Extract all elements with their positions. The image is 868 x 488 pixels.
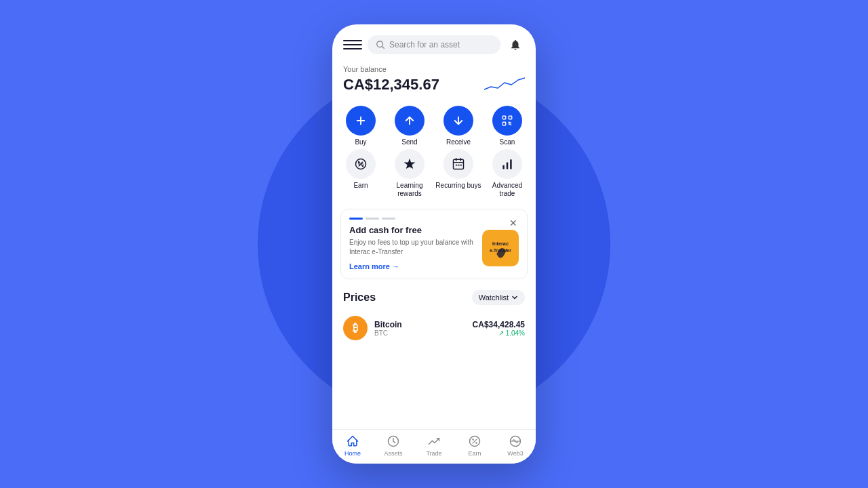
search-bar[interactable]: Search for an asset bbox=[368, 35, 500, 54]
asset-change: ↗ 1.04% bbox=[473, 329, 525, 337]
receive-button[interactable]: Receive bbox=[435, 106, 481, 146]
svg-rect-3 bbox=[509, 116, 512, 119]
sparkline-chart bbox=[484, 75, 525, 95]
nav-web3[interactable]: Web3 bbox=[495, 434, 536, 457]
scan-label: Scan bbox=[500, 138, 515, 146]
watchlist-label: Watchlist bbox=[479, 293, 509, 302]
svg-point-9 bbox=[362, 165, 364, 167]
earn-icon-circle: % bbox=[346, 149, 376, 179]
asset-price: CA$34,428.45 ↗ 1.04% bbox=[473, 320, 525, 337]
svg-text:Interac: Interac bbox=[492, 240, 509, 246]
actions-grid: Buy Send Receive bbox=[332, 103, 536, 203]
nav-home-label: Home bbox=[344, 450, 361, 457]
recurring-buys-label: Recurring buys bbox=[435, 182, 481, 190]
scan-icon-circle bbox=[492, 106, 522, 136]
promo-text: Add cash for free Enjoy no fees to top u… bbox=[349, 225, 475, 270]
send-label: Send bbox=[401, 138, 417, 146]
scan-button[interactable]: Scan bbox=[484, 106, 530, 146]
svg-point-27 bbox=[475, 442, 477, 444]
prices-title: Prices bbox=[343, 291, 376, 304]
menu-button[interactable] bbox=[343, 35, 362, 54]
bitcoin-icon: ₿ bbox=[343, 316, 368, 340]
promo-title: Add cash for free bbox=[349, 225, 475, 235]
learning-rewards-label: Learning rewards bbox=[387, 182, 433, 198]
promo-close-button[interactable]: ✕ bbox=[507, 216, 520, 230]
search-icon bbox=[376, 40, 385, 49]
svg-rect-14 bbox=[456, 165, 458, 166]
promo-dot-2 bbox=[366, 218, 379, 220]
promo-dot-1 bbox=[349, 218, 363, 220]
home-icon bbox=[345, 434, 360, 449]
nav-trade[interactable]: Trade bbox=[414, 434, 454, 457]
promo-content: Add cash for free Enjoy no fees to top u… bbox=[349, 225, 519, 270]
recurring-buys-icon-circle bbox=[443, 149, 473, 179]
asset-name: Bitcoin bbox=[374, 320, 466, 329]
svg-rect-15 bbox=[458, 165, 460, 166]
balance-section: Your balance CA$12,345.67 bbox=[332, 60, 536, 103]
balance-label: Your balance bbox=[343, 65, 525, 73]
arrow-right-icon: → bbox=[392, 262, 399, 270]
svg-rect-19 bbox=[510, 159, 512, 169]
svg-rect-10 bbox=[454, 159, 464, 169]
buy-button[interactable]: Buy bbox=[338, 106, 384, 146]
svg-rect-18 bbox=[507, 163, 509, 169]
send-icon-circle bbox=[395, 106, 425, 136]
svg-point-8 bbox=[358, 161, 360, 163]
learn-more-link[interactable]: Learn more → bbox=[349, 262, 475, 270]
svg-point-26 bbox=[472, 439, 474, 441]
svg-rect-4 bbox=[502, 122, 506, 125]
chevron-down-icon bbox=[511, 294, 518, 301]
header: Search for an asset bbox=[332, 24, 536, 60]
buy-label: Buy bbox=[355, 138, 366, 146]
advanced-trade-label: Advanced trade bbox=[484, 182, 530, 198]
svg-line-1 bbox=[382, 47, 384, 49]
search-placeholder: Search for an asset bbox=[389, 40, 460, 49]
promo-card: ✕ Add cash for free Enjoy no fees to top… bbox=[340, 209, 528, 279]
asset-row[interactable]: ₿ Bitcoin BTC CA$34,428.45 ↗ 1.04% bbox=[343, 312, 525, 344]
asset-info: Bitcoin BTC bbox=[374, 320, 466, 337]
interac-logo-svg: Interac e-Transfer bbox=[486, 233, 515, 263]
receive-label: Receive bbox=[446, 138, 471, 146]
interac-logo: Interac e-Transfer bbox=[482, 230, 519, 266]
nav-home[interactable]: Home bbox=[332, 434, 373, 457]
phone-frame: Search for an asset Your balance CA$12,3… bbox=[332, 24, 536, 464]
earn-nav-icon bbox=[467, 434, 482, 449]
advanced-trade-button[interactable]: Advanced trade bbox=[484, 149, 530, 198]
trade-icon bbox=[427, 434, 441, 449]
prices-section: Prices Watchlist ₿ Bitcoin BTC CA$34,428… bbox=[332, 285, 536, 429]
asset-symbol: BTC bbox=[374, 329, 466, 337]
web3-icon bbox=[508, 434, 523, 449]
recurring-buys-button[interactable]: Recurring buys bbox=[435, 149, 481, 198]
promo-description: Enjoy no fees to top up your balance wit… bbox=[349, 238, 475, 257]
bell-icon bbox=[509, 39, 521, 51]
asset-price-value: CA$34,428.45 bbox=[473, 320, 525, 329]
nav-earn-label: Earn bbox=[468, 450, 481, 457]
watchlist-button[interactable]: Watchlist bbox=[472, 290, 525, 305]
notification-button[interactable] bbox=[506, 35, 525, 54]
bottom-nav: Home Assets Trade bbox=[332, 429, 536, 464]
prices-header: Prices Watchlist bbox=[343, 290, 525, 305]
svg-rect-16 bbox=[460, 165, 462, 166]
balance-amount: CA$12,345.67 bbox=[343, 76, 439, 94]
nav-earn[interactable]: Earn bbox=[454, 434, 495, 457]
buy-icon-circle bbox=[346, 106, 376, 136]
send-button[interactable]: Send bbox=[387, 106, 433, 146]
assets-icon bbox=[386, 434, 401, 449]
nav-trade-label: Trade bbox=[426, 450, 441, 457]
earn-button[interactable]: % Earn bbox=[338, 149, 384, 198]
promo-indicator bbox=[349, 218, 519, 220]
learning-rewards-button[interactable]: Learning rewards bbox=[387, 149, 433, 198]
advanced-trade-icon-circle bbox=[492, 149, 522, 179]
nav-assets-label: Assets bbox=[384, 450, 402, 457]
receive-icon-circle bbox=[443, 106, 473, 136]
nav-web3-label: Web3 bbox=[507, 450, 523, 457]
earn-label: Earn bbox=[353, 182, 368, 190]
promo-dot-3 bbox=[382, 218, 395, 220]
svg-rect-17 bbox=[502, 165, 505, 169]
learning-rewards-icon-circle bbox=[395, 149, 425, 179]
nav-assets[interactable]: Assets bbox=[373, 434, 414, 457]
svg-rect-2 bbox=[502, 116, 506, 119]
